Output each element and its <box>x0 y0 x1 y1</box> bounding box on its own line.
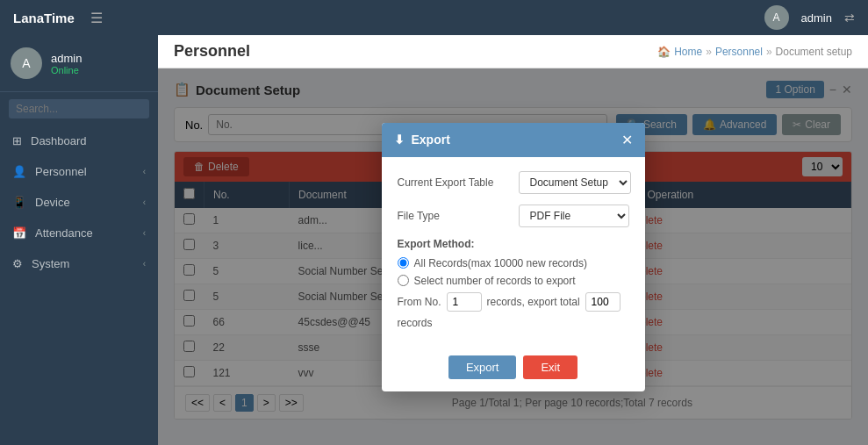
sidebar-status: Online <box>51 65 82 75</box>
sidebar-item-label: Device <box>35 196 70 209</box>
sidebar-username: admin <box>51 52 82 65</box>
sidebar-item-device[interactable]: 📱 Device ‹ <box>0 187 158 218</box>
from-row: From No. records, export total records <box>398 292 629 329</box>
share-icon[interactable]: ⇄ <box>844 11 855 25</box>
avatar: A <box>764 5 789 30</box>
export-modal: ⬇ Export ✕ Current Export Table Document… <box>382 123 645 391</box>
sidebar-item-label: Dashboard <box>31 134 87 147</box>
radio-all-records-label: All Records(max 10000 new records) <box>414 257 587 269</box>
sidebar-item-personnel[interactable]: 👤 Personnel ‹ <box>0 156 158 187</box>
sidebar-item-dashboard[interactable]: ⊞ Dashboard <box>0 126 158 156</box>
app-brand: LanaTime <box>13 11 75 25</box>
topnav-right: A admin ⇄ <box>764 5 855 30</box>
chevron-icon: ‹ <box>143 228 146 238</box>
exit-button[interactable]: Exit <box>523 355 577 379</box>
topnav-left: LanaTime ☰ <box>13 10 103 26</box>
sidebar-search-container <box>0 92 158 126</box>
radio-select-records-label: Select number of records to export <box>414 275 576 287</box>
home-icon: 🏠 <box>657 46 671 58</box>
export-button[interactable]: Export <box>448 355 517 379</box>
sidebar-item-label: Personnel <box>35 165 87 178</box>
breadcrumb-sep2: » <box>766 46 772 58</box>
sidebar-item-label: Attendance <box>35 226 93 240</box>
modal-close-button[interactable]: ✕ <box>621 132 633 148</box>
export-icon: ⬇ <box>394 133 405 147</box>
app-layout: A admin Online ⊞ Dashboard 👤 Personnel <box>0 35 868 445</box>
from-input[interactable] <box>447 292 482 312</box>
sidebar-item-attendance[interactable]: 📅 Attendance ‹ <box>0 218 158 248</box>
export-method-label: Export Method: <box>398 238 629 250</box>
username: admin <box>801 11 832 25</box>
page-title: Personnel <box>174 42 250 61</box>
sidebar-avatar: A <box>11 47 42 79</box>
radio-select-records-input[interactable] <box>398 275 409 286</box>
sidebar-user: A admin Online <box>0 35 158 92</box>
file-type-label: File Type <box>398 210 512 222</box>
dashboard-icon: ⊞ <box>12 134 22 147</box>
sidebar-user-info: admin Online <box>51 52 82 75</box>
sidebar-item-system[interactable]: ⚙ System ‹ <box>0 248 158 279</box>
attendance-icon: 📅 <box>12 226 26 240</box>
breadcrumb-home[interactable]: Home <box>674 46 702 58</box>
current-export-table-row: Current Export Table Document Setup <box>398 171 629 194</box>
personnel-icon: 👤 <box>12 165 26 178</box>
records-label: records, export total <box>487 296 580 308</box>
radio-all-records-input[interactable] <box>398 257 409 269</box>
modal-title: ⬇ Export <box>394 133 450 147</box>
menu-icon[interactable]: ☰ <box>90 10 103 26</box>
breadcrumb: 🏠 Home » Personnel » Document setup <box>657 46 852 58</box>
chevron-icon: ‹ <box>143 167 146 176</box>
main-content: Personnel 🏠 Home » Personnel » Document … <box>158 35 868 445</box>
chevron-icon: ‹ <box>143 259 146 269</box>
current-export-table-label: Current Export Table <box>398 176 512 189</box>
total-input[interactable] <box>585 292 621 312</box>
breadcrumb-sep1: » <box>706 46 712 58</box>
current-export-table-select[interactable]: Document Setup <box>519 171 631 194</box>
file-type-row: File Type PDF File Excel File CSV File <box>398 205 629 227</box>
device-icon: 📱 <box>12 196 26 209</box>
chevron-icon: ‹ <box>143 197 146 207</box>
sidebar-search-input[interactable] <box>9 99 149 118</box>
modal-body: Current Export Table Document Setup File… <box>382 157 645 347</box>
sidebar-nav: ⊞ Dashboard 👤 Personnel ‹ 📱 Device ‹ <box>0 126 158 445</box>
system-icon: ⚙ <box>12 257 23 270</box>
content-area: 📋 Document Setup 1 Option − ✕ No. 🔍 <box>158 68 868 445</box>
sidebar: A admin Online ⊞ Dashboard 👤 Personnel <box>0 35 158 445</box>
modal-footer: Export Exit <box>382 347 645 391</box>
modal-header: ⬇ Export ✕ <box>382 123 645 157</box>
radio-select-records: Select number of records to export <box>398 275 629 287</box>
breadcrumb-bar: Personnel 🏠 Home » Personnel » Document … <box>158 35 868 68</box>
breadcrumb-personnel[interactable]: Personnel <box>715 46 763 58</box>
sidebar-item-label: System <box>32 257 69 270</box>
file-type-select[interactable]: PDF File Excel File CSV File <box>519 205 629 227</box>
breadcrumb-current: Document setup <box>776 46 852 58</box>
radio-all-records: All Records(max 10000 new records) <box>398 257 629 269</box>
from-label: From No. <box>398 296 441 308</box>
top-navigation: LanaTime ☰ A admin ⇄ <box>0 0 868 35</box>
modal-overlay: ⬇ Export ✕ Current Export Table Document… <box>158 68 868 445</box>
records-suffix: records <box>398 317 433 329</box>
